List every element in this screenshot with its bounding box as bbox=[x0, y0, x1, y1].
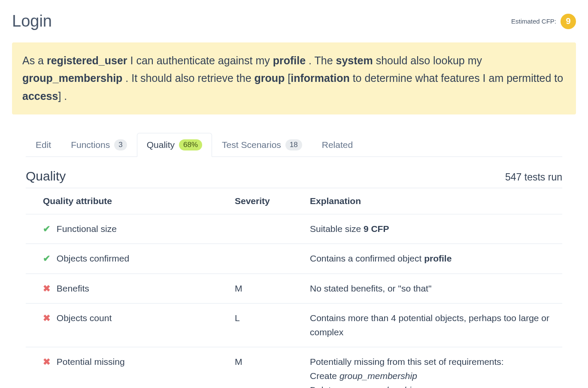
tab-related[interactable]: Related bbox=[312, 133, 363, 157]
cell-explanation: No stated benefits, or "so that" bbox=[305, 274, 562, 304]
cross-icon: ✖ bbox=[43, 355, 52, 369]
section-title: Quality bbox=[26, 169, 66, 183]
col-header-severity: Severity bbox=[230, 188, 305, 214]
tab-label: Test Scenarios bbox=[222, 140, 281, 150]
cell-explanation: Contains more than 4 potential objects, … bbox=[305, 304, 562, 347]
cell-severity: M bbox=[230, 274, 305, 304]
table-row: ✖ Potential missingMPotentially missing … bbox=[26, 347, 562, 388]
table-row: ✖ BenefitsMNo stated benefits, or "so th… bbox=[26, 274, 562, 304]
functions-count-badge: 3 bbox=[114, 139, 127, 150]
cfp-label: Estimated CFP: bbox=[511, 18, 556, 25]
cell-severity bbox=[230, 244, 305, 274]
tab-label: Quality bbox=[147, 140, 175, 150]
user-story-box: As a registered_user I can authenticate … bbox=[12, 42, 576, 114]
cell-explanation: Suitable size 9 CFP bbox=[305, 214, 562, 244]
tab-label: Functions bbox=[71, 140, 110, 150]
cell-severity bbox=[230, 214, 305, 244]
tab-edit[interactable]: Edit bbox=[26, 133, 61, 157]
cross-icon: ✖ bbox=[43, 282, 52, 296]
cell-attribute: ✔ Functional size bbox=[26, 214, 230, 244]
cell-severity: M bbox=[230, 347, 305, 388]
col-header-explanation: Explanation bbox=[305, 188, 562, 214]
tab-test-scenarios[interactable]: Test Scenarios 18 bbox=[212, 133, 312, 157]
tab-quality[interactable]: Quality 68% bbox=[137, 133, 212, 157]
col-header-attribute: Quality attribute bbox=[26, 188, 230, 214]
quality-table: Quality attribute Severity Explanation ✔… bbox=[26, 188, 562, 388]
tab-bar: Edit Functions 3 Quality 68% Test Scenar… bbox=[26, 132, 562, 157]
table-row: ✔ Objects confirmedContains a confirmed … bbox=[26, 244, 562, 274]
quality-percent-badge: 68% bbox=[179, 139, 202, 150]
cfp-badge: 9 bbox=[561, 14, 576, 29]
table-row: ✖ Objects countLContains more than 4 pot… bbox=[26, 304, 562, 347]
tests-run-count: 547 tests run bbox=[505, 171, 562, 183]
check-icon: ✔ bbox=[43, 252, 52, 266]
page-title: Login bbox=[12, 12, 52, 30]
table-row: ✔ Functional sizeSuitable size 9 CFP bbox=[26, 214, 562, 244]
cell-attribute: ✔ Objects confirmed bbox=[26, 244, 230, 274]
scenarios-count-badge: 18 bbox=[285, 139, 302, 150]
table-header-row: Quality attribute Severity Explanation bbox=[26, 188, 562, 214]
tab-label: Edit bbox=[36, 140, 51, 150]
tab-label: Related bbox=[322, 140, 353, 150]
cell-attribute: ✖ Benefits bbox=[26, 274, 230, 304]
section-header: Quality 547 tests run bbox=[26, 169, 562, 183]
cross-icon: ✖ bbox=[43, 311, 52, 325]
tab-functions[interactable]: Functions 3 bbox=[61, 133, 137, 157]
cfp-indicator: Estimated CFP: 9 bbox=[511, 14, 576, 29]
check-icon: ✔ bbox=[43, 222, 52, 236]
cell-explanation: Potentially missing from this set of req… bbox=[305, 347, 562, 388]
header: Login Estimated CFP: 9 bbox=[12, 12, 576, 30]
cell-explanation: Contains a confirmed object profile bbox=[305, 244, 562, 274]
cell-severity: L bbox=[230, 304, 305, 347]
cell-attribute: ✖ Objects count bbox=[26, 304, 230, 347]
cell-attribute: ✖ Potential missing bbox=[26, 347, 230, 388]
